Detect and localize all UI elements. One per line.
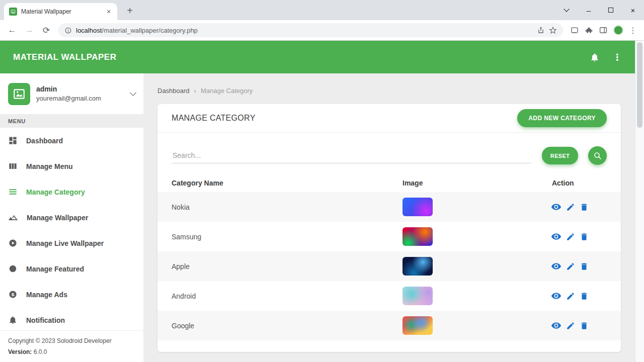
url-host: localhost <box>76 27 102 34</box>
breadcrumb-current: Manage Category <box>201 87 253 95</box>
copyright-text: Copyright © 2023 Solodroid Developer <box>8 335 135 346</box>
site-info-icon[interactable] <box>64 27 72 34</box>
sidebar-item-notification[interactable]: Notification <box>0 307 143 333</box>
view-icon[interactable] <box>551 291 561 301</box>
category-list-icon <box>8 187 18 197</box>
circle-icon <box>8 264 18 274</box>
tab-close-icon[interactable]: × <box>104 7 113 16</box>
sidebar-item-label: Manage Wallpaper <box>27 214 88 222</box>
search-button[interactable] <box>588 146 607 165</box>
view-icon[interactable] <box>551 231 561 242</box>
window-close-button[interactable]: × <box>622 0 644 20</box>
fullscreen-icon[interactable] <box>570 26 579 35</box>
edit-icon[interactable] <box>566 292 575 301</box>
reset-button[interactable]: RESET <box>542 147 579 164</box>
search-input[interactable] <box>172 148 531 163</box>
user-name: admin <box>36 84 101 94</box>
browser-menu-icon[interactable]: ⋮ <box>629 26 637 35</box>
add-new-category-button[interactable]: ADD NEW CATEGORY <box>517 109 607 127</box>
back-button[interactable]: ← <box>5 23 19 37</box>
sidebar-item-manage-ads[interactable]: Manage Ads <box>0 282 143 307</box>
sidebar-item-label: Manage Ads <box>26 291 67 299</box>
notification-bell-icon[interactable] <box>590 52 600 62</box>
app-title: MATERIAL WALLPAPER <box>13 52 116 62</box>
url-path: /material_wallpaper/category.php <box>102 27 198 34</box>
breadcrumb-separator: › <box>194 87 196 95</box>
window-controls: – × <box>555 0 644 20</box>
version-label: Version: <box>8 348 32 355</box>
browser-tab[interactable]: Material Wallpaper × <box>4 3 117 20</box>
row-actions <box>544 291 621 301</box>
sidebar-item-label: Manage Category <box>26 188 85 196</box>
delete-icon[interactable] <box>580 203 589 212</box>
tab-title: Material Wallpaper <box>21 8 100 15</box>
extensions-icon[interactable] <box>585 26 593 35</box>
table-header-row: Category Name Image Action <box>157 174 621 192</box>
user-email: youremail@gmail.com <box>36 94 101 104</box>
sidebar-item-manage-live-wallpaper[interactable]: Manage Live Wallpaper <box>0 230 143 256</box>
side-panel-icon[interactable] <box>599 26 608 35</box>
profile-avatar[interactable] <box>613 25 623 35</box>
sidebar-item-manage-wallpaper[interactable]: Manage Wallpaper <box>0 205 143 230</box>
toolbar-right-icons: ⋮ <box>568 25 639 35</box>
col-header-action: Action <box>544 179 621 187</box>
columns-icon <box>8 161 18 171</box>
sidebar-item-dashboard[interactable]: Dashboard <box>0 128 143 153</box>
breadcrumb: Dashboard › Manage Category <box>143 73 635 95</box>
edit-icon[interactable] <box>566 262 575 271</box>
row-actions <box>544 231 621 242</box>
category-thumbnail <box>403 316 433 335</box>
page-scrollbar[interactable] <box>635 41 644 362</box>
scrollbar-thumb[interactable] <box>637 42 642 128</box>
category-name: Android <box>157 292 388 300</box>
address-bar[interactable]: localhost/material_wallpaper/category.ph… <box>58 23 563 37</box>
user-dropdown[interactable]: admin youremail@gmail.com <box>0 73 143 115</box>
edit-icon[interactable] <box>566 321 575 330</box>
delete-icon[interactable] <box>580 321 589 330</box>
sidebar-item-manage-featured[interactable]: Manage Featured <box>0 256 143 282</box>
view-icon[interactable] <box>551 202 561 212</box>
category-name: Apple <box>157 262 388 270</box>
mountain-icon <box>8 213 18 223</box>
row-actions <box>544 261 621 272</box>
app-header-actions: ⋮ <box>590 52 622 63</box>
window-chevron-icon[interactable] <box>555 0 578 20</box>
edit-icon[interactable] <box>566 232 575 241</box>
forward-button[interactable]: → <box>22 23 36 37</box>
table-row: Samsung <box>157 222 621 251</box>
browser-toolbar: ← → ⟳ localhost/material_wallpaper/categ… <box>0 20 644 41</box>
edit-icon[interactable] <box>566 203 575 212</box>
sidebar-item-manage-menu[interactable]: Manage Menu <box>0 153 143 179</box>
category-thumbnail <box>403 257 433 276</box>
delete-icon[interactable] <box>580 232 589 241</box>
sidebar-item-label: Notification <box>26 316 65 324</box>
window-maximize-button[interactable] <box>600 0 622 20</box>
bell-icon <box>8 315 18 325</box>
window-minimize-button[interactable]: – <box>578 0 600 20</box>
bookmark-star-icon[interactable] <box>549 26 557 34</box>
view-icon[interactable] <box>551 320 561 331</box>
chevron-down-icon[interactable] <box>130 89 136 96</box>
view-icon[interactable] <box>551 261 561 272</box>
app-header: MATERIAL WALLPAPER ⋮ <box>0 41 635 73</box>
breadcrumb-dashboard-link[interactable]: Dashboard <box>157 87 190 95</box>
reload-button[interactable]: ⟳ <box>39 23 53 37</box>
dollar-circle-icon <box>8 290 18 299</box>
tab-strip: Material Wallpaper × + – × <box>0 0 644 20</box>
browser-window: Material Wallpaper × + – × ← → ⟳ localho… <box>0 0 644 362</box>
category-name: Google <box>157 322 388 330</box>
share-icon[interactable] <box>537 26 545 34</box>
version-text: Version: 6.0.0 <box>8 346 135 357</box>
category-thumbnail <box>403 198 433 216</box>
version-value: 6.0.0 <box>34 348 47 355</box>
table-row: Apple <box>157 251 621 281</box>
search-row: RESET <box>157 133 621 170</box>
sidebar-item-manage-category[interactable]: Manage Category <box>0 179 143 205</box>
url-text[interactable]: localhost/material_wallpaper/category.ph… <box>76 27 533 34</box>
new-tab-button[interactable]: + <box>123 4 137 18</box>
delete-icon[interactable] <box>580 262 589 271</box>
category-name: Nokia <box>157 203 388 211</box>
delete-icon[interactable] <box>580 292 589 301</box>
col-header-category-name: Category Name <box>157 179 388 187</box>
app-menu-icon[interactable]: ⋮ <box>613 52 622 63</box>
